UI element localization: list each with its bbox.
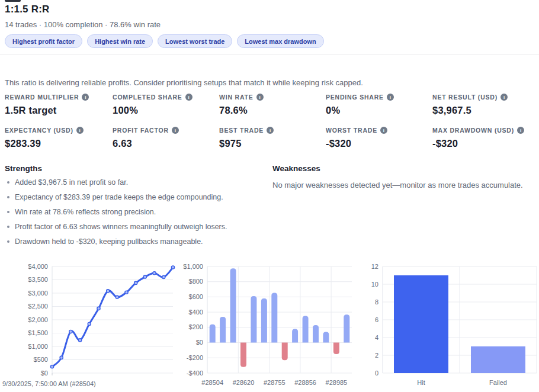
trade-stats-subtitle: 14 trades · 100% completion · 78.6% win … xyxy=(5,20,161,29)
svg-text:$500: $500 xyxy=(34,356,48,363)
metric-label: BEST TRADE xyxy=(219,127,264,134)
charts-row: $0$500$1,000$1,500$2,000$2,500$3,000$3,5… xyxy=(0,259,539,392)
strength-item: Profit factor of 6.63 shows winners mean… xyxy=(5,223,272,232)
info-icon[interactable]: i xyxy=(82,94,89,101)
svg-text:Hit: Hit xyxy=(417,379,425,386)
info-icon[interactable]: i xyxy=(500,94,508,101)
metric-value: 0% xyxy=(326,105,432,116)
strength-text: Expectancy of $283.39 per trade keeps th… xyxy=(15,193,223,201)
insights-section: Strengths Added $3,967.5 in net profit s… xyxy=(5,164,534,252)
metric-completed-share: COMPLETED SHAREi 100% xyxy=(113,94,219,116)
svg-text:0: 0 xyxy=(375,369,378,377)
svg-text:$4,000: $4,000 xyxy=(28,263,48,270)
svg-text:12: 12 xyxy=(371,263,378,270)
svg-text:-$200: -$200 xyxy=(187,354,203,361)
strength-item: Added $3,967.5 in net profit so far. xyxy=(5,178,272,187)
info-icon[interactable]: i xyxy=(172,127,179,134)
metric-win-rate: WIN RATEi 78.6% xyxy=(219,94,326,116)
rr-ratio-report: 1:1.5 R:R 14 trades · 100% completion · … xyxy=(0,0,539,392)
info-icon[interactable]: i xyxy=(517,127,524,134)
badge-lowest-max-drawdown: Lowest max drawdown xyxy=(237,34,323,48)
strengths-panel: Strengths Added $3,967.5 in net profit s… xyxy=(5,164,272,252)
metric-value: -$320 xyxy=(326,138,432,149)
equity-curve-chart: $0$500$1,000$1,500$2,000$2,500$3,000$3,5… xyxy=(0,259,178,392)
svg-text:4: 4 xyxy=(375,334,378,341)
metric-label: NET RESULT (USD) xyxy=(432,94,498,101)
svg-text:$600: $600 xyxy=(189,293,203,300)
svg-text:#28620: #28620 xyxy=(233,379,255,386)
svg-text:10: 10 xyxy=(371,281,378,288)
metric-label: PENDING SHARE xyxy=(326,94,384,101)
strength-item: Expectancy of $283.39 per trade keeps th… xyxy=(5,193,272,202)
metric-label: MAX DRAWDOWN (USD) xyxy=(432,127,514,134)
summary-text: This ratio is delivering reliable profit… xyxy=(5,78,526,87)
svg-text:$1,500: $1,500 xyxy=(28,329,48,336)
info-icon[interactable]: i xyxy=(256,94,264,101)
svg-text:$800: $800 xyxy=(189,278,203,285)
svg-text:$200: $200 xyxy=(189,323,203,330)
metric-best-trade: BEST TRADEi $975 xyxy=(219,127,326,149)
svg-text:#28755: #28755 xyxy=(264,379,285,386)
metrics-grid: REWARD MULTIPLIERi 1.5R target COMPLETED… xyxy=(5,94,534,149)
weaknesses-heading: Weaknesses xyxy=(272,164,534,173)
metric-max-drawdown: MAX DRAWDOWN (USD)i -$320 xyxy=(432,127,534,149)
trade-pnl-bar-chart: -$400-$200$0$200$400$600$800$1,000#28504… xyxy=(178,259,361,392)
metric-value: $283.39 xyxy=(5,138,113,149)
metric-label: PROFIT FACTOR xyxy=(113,127,169,134)
info-icon[interactable]: i xyxy=(185,94,192,101)
metric-label: EXPECTANCY (USD) xyxy=(5,127,73,134)
svg-text:$0: $0 xyxy=(41,369,48,377)
svg-text:$400: $400 xyxy=(189,309,203,316)
metric-worst-trade: WORST TRADEi -$320 xyxy=(326,127,432,149)
strengths-list: Added $3,967.5 in net profit so far. Exp… xyxy=(5,178,272,246)
svg-text:$1,000: $1,000 xyxy=(28,343,48,350)
badge-lowest-worst-trade: Lowest worst trade xyxy=(158,34,232,48)
metric-value: $3,967.5 xyxy=(432,105,534,116)
strengths-heading: Strengths xyxy=(5,164,272,173)
metric-value: 1.5R target xyxy=(5,105,113,116)
metric-value: -$320 xyxy=(432,138,534,149)
svg-text:$3,500: $3,500 xyxy=(28,276,48,283)
metric-pending-share: PENDING SHAREi 0% xyxy=(326,94,432,116)
info-icon[interactable]: i xyxy=(380,127,387,134)
section-divider xyxy=(0,54,539,55)
info-icon[interactable]: i xyxy=(267,127,274,134)
svg-text:$3,000: $3,000 xyxy=(28,290,48,297)
metric-label: WORST TRADE xyxy=(326,127,377,134)
svg-text:Failed: Failed xyxy=(489,379,507,386)
svg-text:$0: $0 xyxy=(196,339,203,346)
hit-failed-bar-chart: 024681012HitFailed xyxy=(361,259,539,392)
strength-text: Win rate at 78.6% reflects strong precis… xyxy=(15,208,156,216)
metric-net-result: NET RESULT (USD)i $3,967.5 xyxy=(432,94,534,116)
badge-highest-profit-factor: Highest profit factor xyxy=(5,34,82,48)
svg-text:6: 6 xyxy=(375,316,378,323)
info-icon[interactable]: i xyxy=(76,127,84,134)
metric-value: 6.63 xyxy=(113,138,219,149)
metric-label: REWARD MULTIPLIER xyxy=(5,94,79,101)
badge-highest-win-rate: Highest win rate xyxy=(87,34,153,48)
badge-row: Highest profit factor Highest win rate L… xyxy=(5,34,324,48)
svg-text:$2,000: $2,000 xyxy=(28,316,48,323)
weaknesses-panel: Weaknesses No major weaknesses detected … xyxy=(272,164,534,252)
page-title: 1:1.5 R:R xyxy=(5,4,50,15)
svg-text:8: 8 xyxy=(375,298,378,306)
svg-text:2: 2 xyxy=(375,352,378,359)
metric-reward-multiplier: REWARD MULTIPLIERi 1.5R target xyxy=(5,94,113,116)
clipped-content-artifact xyxy=(5,0,21,2)
svg-text:9/30/2025, 7:50:00 AM (#28504): 9/30/2025, 7:50:00 AM (#28504) xyxy=(2,380,96,387)
metric-profit-factor: PROFIT FACTORi 6.63 xyxy=(113,127,219,149)
metric-value: 100% xyxy=(113,105,219,116)
svg-text:$2,500: $2,500 xyxy=(28,303,48,310)
strength-item: Win rate at 78.6% reflects strong precis… xyxy=(5,208,272,217)
svg-text:-$400: -$400 xyxy=(187,369,203,377)
metric-expectancy: EXPECTANCY (USD)i $283.39 xyxy=(5,127,113,149)
info-icon[interactable]: i xyxy=(387,94,394,101)
metric-label: WIN RATE xyxy=(219,94,254,101)
strength-text: Drawdown held to -$320, keeping pullback… xyxy=(15,237,203,246)
svg-text:#28504: #28504 xyxy=(201,379,223,386)
weaknesses-text: No major weaknesses detected yet—monitor… xyxy=(272,181,534,189)
svg-text:#28856: #28856 xyxy=(294,379,316,386)
svg-text:#28985: #28985 xyxy=(326,379,348,386)
strength-text: Added $3,967.5 in net profit so far. xyxy=(15,178,128,187)
strength-text: Profit factor of 6.63 shows winners mean… xyxy=(15,223,227,231)
